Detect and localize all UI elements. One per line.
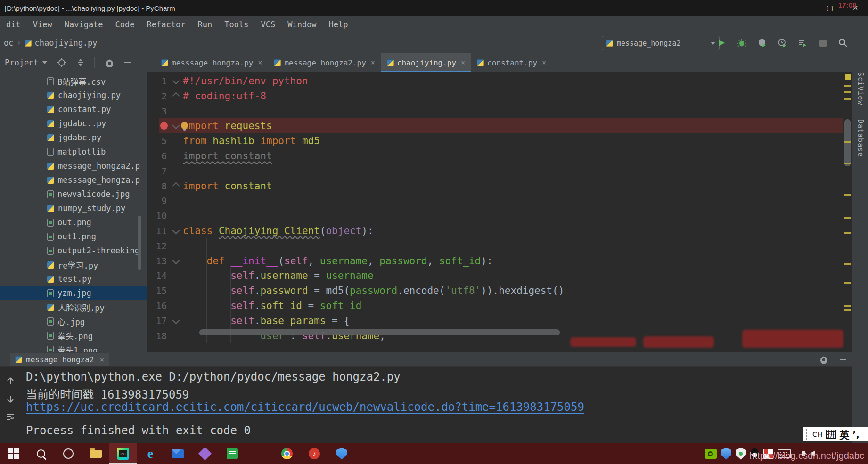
run-configuration-select[interactable]: message_hongza2 bbox=[602, 36, 720, 50]
error-stripe-mark[interactable] bbox=[844, 91, 851, 93]
chevron-down-icon[interactable] bbox=[42, 61, 47, 64]
inspection-status-square[interactable] bbox=[845, 74, 851, 80]
hide-panel-icon[interactable] bbox=[837, 354, 848, 365]
horizontal-scrollbar[interactable] bbox=[199, 329, 560, 335]
taskbar-chrome-icon[interactable] bbox=[273, 443, 301, 464]
fold-marker-icon[interactable] bbox=[172, 227, 180, 235]
close-icon[interactable]: × bbox=[542, 58, 546, 67]
menu-item-code[interactable]: Code bbox=[109, 20, 141, 29]
menu-item-window[interactable]: Window bbox=[281, 20, 322, 29]
code-line-14[interactable]: 14 self.username = username bbox=[147, 268, 852, 283]
menu-item-vcs[interactable]: VCS bbox=[254, 20, 281, 29]
code-line-16[interactable]: 16 self.soft_id = soft_id bbox=[147, 298, 852, 313]
tree-item-matplotlib[interactable]: matplotlib bbox=[0, 145, 147, 159]
tree-item-out.png[interactable]: out.png bbox=[0, 215, 147, 229]
code-line-10[interactable]: 10 bbox=[147, 208, 852, 223]
error-stripe-mark[interactable] bbox=[844, 141, 851, 143]
close-icon[interactable]: × bbox=[371, 58, 375, 67]
tree-item-constant.py[interactable]: constant.py bbox=[0, 102, 147, 116]
project-panel-title[interactable]: Project bbox=[5, 58, 39, 67]
menu-item-help[interactable]: Help bbox=[323, 20, 354, 29]
taskbar-folder-icon[interactable] bbox=[82, 443, 109, 464]
code-line-5[interactable]: 5from hashlib import md5 bbox=[147, 133, 852, 148]
tree-item-test.py[interactable]: test.py bbox=[0, 272, 147, 286]
ime-language-indicator[interactable]: CH bbox=[812, 431, 823, 438]
tree-item-心.jpg[interactable]: 心.jpg bbox=[0, 314, 147, 328]
error-stripe-mark[interactable] bbox=[844, 282, 851, 284]
tree-scrollbar[interactable] bbox=[138, 216, 141, 270]
taskbar-mail-icon[interactable] bbox=[164, 443, 191, 464]
locate-file-icon[interactable] bbox=[57, 58, 66, 67]
breadcrumb-file[interactable]: chaojiying.py bbox=[35, 38, 98, 48]
taskbar-search-tb-icon[interactable] bbox=[27, 443, 55, 464]
code-line-6[interactable]: 6import constant bbox=[147, 148, 852, 163]
tab-messsage_hongza-py[interactable]: messsage_hongza.py× bbox=[156, 53, 268, 72]
error-stripe-mark[interactable] bbox=[844, 85, 851, 87]
tab-message_hongza2-py[interactable]: message_hongza2.py× bbox=[268, 53, 381, 72]
code-line-2[interactable]: 2# coding:utf-8 bbox=[147, 89, 852, 104]
taskbar-start-icon[interactable] bbox=[0, 443, 27, 464]
code-line-12[interactable]: 12 bbox=[147, 238, 852, 253]
tool-button-database[interactable]: Database bbox=[856, 119, 865, 157]
coverage-icon[interactable] bbox=[757, 38, 767, 48]
taskbar-shield-icon[interactable] bbox=[328, 443, 355, 464]
tree-item-拳头.png[interactable]: 拳头.png bbox=[0, 328, 147, 342]
tray-bshield-icon[interactable] bbox=[721, 448, 731, 460]
error-stripe-mark[interactable] bbox=[844, 98, 851, 100]
close-icon[interactable]: × bbox=[461, 58, 465, 67]
error-stripe-mark[interactable] bbox=[844, 309, 851, 311]
tree-item-messsage_hongza.p[interactable]: messsage_hongza.p bbox=[0, 173, 147, 187]
close-icon[interactable]: × bbox=[100, 355, 105, 364]
code-line-9[interactable]: 9 bbox=[147, 193, 852, 208]
code-line-15[interactable]: 15 self.password = md5(password.encode('… bbox=[147, 283, 852, 298]
fold-marker-icon[interactable] bbox=[172, 122, 180, 130]
tool-button-sciview[interactable]: SciView bbox=[856, 72, 865, 105]
menu-item-view[interactable]: View bbox=[27, 20, 58, 29]
ime-status-bar[interactable]: CH 拼 英 ’, bbox=[803, 427, 868, 441]
taskbar-pycharm-icon[interactable]: PC bbox=[109, 443, 137, 464]
tree-item-message_hongza2.p[interactable]: message_hongza2.p bbox=[0, 159, 147, 173]
console-tab[interactable]: message_hongza2 × bbox=[10, 353, 109, 366]
search-icon[interactable] bbox=[838, 38, 848, 48]
ime-punctuation-indicator[interactable]: ’, bbox=[852, 429, 859, 440]
error-stripe-mark[interactable] bbox=[844, 163, 851, 164]
tab-constant-py[interactable]: constant.py× bbox=[471, 53, 552, 72]
code-line-13[interactable]: 13 def __init__(self, username, password… bbox=[147, 253, 852, 269]
fold-marker-icon[interactable] bbox=[172, 317, 180, 325]
ime-pinyin-indicator[interactable]: 拼 bbox=[826, 430, 836, 439]
tree-item-newvalicode.jpg[interactable]: newvalicode.jpg bbox=[0, 187, 147, 201]
menu-item-dit[interactable]: dit bbox=[0, 20, 27, 29]
tree-item-jgdabc..py[interactable]: jgdabc..py bbox=[0, 116, 147, 130]
run-icon[interactable] bbox=[716, 38, 727, 48]
code-line-8[interactable]: 8import constant bbox=[147, 179, 852, 194]
tree-item-numpy_study.py[interactable]: numpy_study.py bbox=[0, 201, 147, 215]
tree-item-jgdabc.py[interactable]: jgdabc.py bbox=[0, 130, 147, 145]
profiler-icon[interactable] bbox=[777, 38, 787, 48]
fold-marker-icon[interactable] bbox=[172, 257, 180, 264]
collapse-all-icon[interactable] bbox=[76, 58, 85, 67]
ime-english-indicator[interactable]: 英 bbox=[839, 427, 849, 441]
error-stripe-mark[interactable] bbox=[844, 305, 851, 307]
taskbar-music-icon[interactable]: ♪ bbox=[301, 443, 328, 464]
gear-icon[interactable] bbox=[818, 354, 829, 365]
down-arrow-icon[interactable] bbox=[6, 395, 15, 403]
tree-item-拳头1.png[interactable]: 拳头1.png bbox=[0, 342, 147, 352]
tray-wshield-icon[interactable] bbox=[736, 448, 746, 460]
menu-item-tools[interactable]: Tools bbox=[218, 20, 254, 29]
debug-icon[interactable] bbox=[737, 38, 747, 48]
console-link[interactable]: https://uc.creditcard.ecitic.com/citicca… bbox=[26, 400, 584, 414]
error-stripe-mark[interactable] bbox=[844, 263, 851, 265]
taskbar-edge-icon[interactable]: e bbox=[137, 443, 164, 464]
tree-item-人脸识别.py[interactable]: 人脸识别.py bbox=[0, 300, 147, 314]
soft-wrap-icon[interactable] bbox=[6, 413, 15, 421]
fold-marker-icon[interactable] bbox=[172, 182, 180, 189]
fold-marker-icon[interactable] bbox=[172, 77, 180, 85]
fold-marker-icon[interactable] bbox=[172, 92, 180, 100]
tree-item-out1.png[interactable]: out1.png bbox=[0, 229, 147, 244]
menu-item-refactor[interactable]: Refactor bbox=[141, 20, 192, 29]
code-line-3[interactable]: 3 bbox=[147, 104, 852, 119]
menu-item-run[interactable]: Run bbox=[191, 20, 218, 29]
taskbar-cortana-icon[interactable] bbox=[55, 443, 82, 464]
code-editor[interactable]: 1#!/usr/bin/env python2# coding:utf-834i… bbox=[147, 72, 852, 352]
code-line-11[interactable]: 11class Chaojiying_Client(object): bbox=[147, 223, 852, 238]
